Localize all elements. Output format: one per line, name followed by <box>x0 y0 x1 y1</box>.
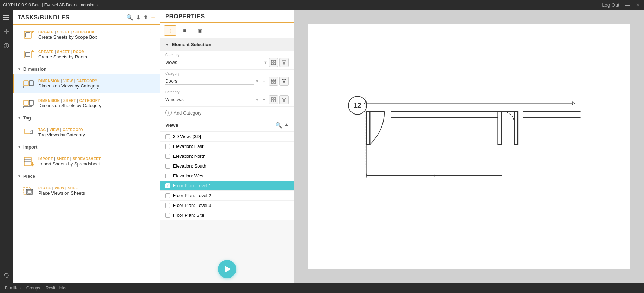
category-minus-windows[interactable]: − <box>260 96 268 103</box>
task-item-dim-view-category[interactable]: DIMENSION | VIEW | CATEGORY Dimension Vi… <box>13 74 160 93</box>
view-checkbox-elev-south[interactable] <box>165 164 170 169</box>
bottom-bar: Families Groups Revit Links <box>0 283 644 293</box>
task-icon-tag <box>22 126 35 139</box>
bottom-item-families[interactable]: Families <box>5 286 21 291</box>
task-icon-dim-view <box>22 77 35 90</box>
tasks-search-icon[interactable]: 🔍 <box>126 14 133 21</box>
view-checkbox-3d[interactable] <box>165 134 170 139</box>
view-checkbox-fp-level1[interactable] <box>165 183 170 188</box>
element-selection-header[interactable]: ▼ Element Selection <box>160 38 294 51</box>
view-checkbox-fp-level3[interactable] <box>165 203 170 208</box>
category-filter-btn-views[interactable] <box>279 58 289 67</box>
view-checkbox-fp-level2[interactable] <box>165 193 170 198</box>
section-label-import: Import <box>23 144 37 150</box>
section-header-place[interactable]: ▼ Place <box>13 171 160 181</box>
svg-rect-45 <box>271 82 273 83</box>
view-checkbox-elev-east[interactable] <box>165 144 170 149</box>
views-list-header: Views 🔍 ▲ <box>160 119 294 132</box>
svg-rect-48 <box>271 98 273 99</box>
task-item-place-view-sheet[interactable]: PLACE | VIEW | SHEET Place Views on Shee… <box>13 181 160 201</box>
category-filter-btn-windows[interactable] <box>279 95 289 104</box>
task-icon-place <box>22 184 35 197</box>
task-item-import-spreadsheet[interactable]: IMPORT | SHEET | SPREADSHEET Import Shee… <box>13 152 160 171</box>
svg-rect-39 <box>274 60 276 62</box>
sidebar-icon-info[interactable]: i <box>1 41 11 51</box>
drawing-viewport: 12 <box>308 24 630 269</box>
view-item-elev-east[interactable]: Elevation: East <box>160 142 294 151</box>
view-checkbox-elev-north[interactable] <box>165 154 170 159</box>
task-item-create-sheet-scopebox[interactable]: CREATE | SHEET | SCOPEBOX Create Sheets … <box>13 25 160 45</box>
task-icon-import <box>22 155 35 168</box>
category-select-doors[interactable]: Doors <box>165 78 254 85</box>
task-icon-scopebox <box>22 28 35 41</box>
task-item-tag-view-category[interactable]: TAG | VIEW | CATEGORY Tag Views by Categ… <box>13 123 160 142</box>
task-name-scopebox: Create Sheets by Scope Box <box>38 34 97 40</box>
task-item-create-sheet-room[interactable]: CREATE | SHEET | ROOM Create Sheets by R… <box>13 45 160 64</box>
views-search-button[interactable]: 🔍 <box>275 122 282 129</box>
bottom-item-revit-links[interactable]: Revit Links <box>46 286 66 291</box>
play-btn-container <box>160 255 294 283</box>
task-item-dim-sheet-category[interactable]: DIMENSION | SHEET | CATEGORY Dimension S… <box>13 93 160 113</box>
view-item-fp-site[interactable]: Floor Plan: Site <box>160 210 294 220</box>
category-row-doors: Category Doors ▼ − <box>160 70 294 88</box>
view-item-fp-level2[interactable]: Floor Plan: Level 2 <box>160 191 294 201</box>
task-icon-dim-sheet <box>22 97 35 110</box>
category-input-row-views: Views ▼ <box>165 58 289 67</box>
sidebar-icon-refresh[interactable] <box>1 271 11 280</box>
svg-rect-68 <box>514 111 517 144</box>
tasks-upload-icon[interactable]: ⬆ <box>143 14 148 21</box>
close-button[interactable]: ✕ <box>634 2 641 8</box>
properties-scroll-area: ▼ Element Selection Category Views ▼ <box>160 38 294 255</box>
sidebar-icon-grid[interactable] <box>1 27 11 37</box>
svg-rect-56 <box>367 111 370 144</box>
svg-text:i: i <box>6 44 7 48</box>
svg-rect-64 <box>498 111 501 144</box>
window-controls: Log Out — ✕ <box>600 2 641 8</box>
svg-marker-9 <box>4 274 5 276</box>
tasks-download-icon[interactable]: ⬇ <box>136 14 141 21</box>
task-label-dim-sheet: DIMENSION | SHEET | CATEGORY <box>38 99 101 103</box>
svg-rect-40 <box>271 63 273 65</box>
play-button[interactable] <box>218 260 236 278</box>
properties-tabs: ⊹ ≡ ▣ <box>160 23 294 38</box>
tasks-add-icon[interactable]: + <box>151 13 155 21</box>
section-header-import[interactable]: ▼ Import <box>13 142 160 152</box>
tasks-header: TASKS/BUNDLES 🔍 ⬇ ⬆ + <box>13 10 160 25</box>
view-item-3d[interactable]: 3D View: {3D} <box>160 132 294 142</box>
bottom-item-groups[interactable]: Groups <box>26 286 40 291</box>
view-name-fp-site: Floor Plan: Site <box>173 213 204 218</box>
section-label-dimension: Dimension <box>23 66 46 72</box>
view-item-fp-level3[interactable]: Floor Plan: Level 3 <box>160 201 294 210</box>
view-item-elev-north[interactable]: Elevation: North <box>160 151 294 161</box>
view-item-elev-west[interactable]: Elevation: West <box>160 171 294 181</box>
category-filter-btn-doors[interactable] <box>279 77 289 86</box>
svg-rect-24 <box>29 100 33 105</box>
add-category-row[interactable]: + Add Category <box>160 107 294 119</box>
view-checkbox-elev-west[interactable] <box>165 174 170 178</box>
sidebar-icon-menu[interactable] <box>1 13 11 22</box>
category-select-btn-doors[interactable] <box>269 77 278 86</box>
section-header-tag[interactable]: ▼ Tag <box>13 113 160 123</box>
category-minus-doors[interactable]: − <box>260 78 268 85</box>
task-text-import: IMPORT | SHEET | SPREADSHEET Import Shee… <box>38 157 101 167</box>
category-select-windows[interactable]: Windows <box>165 96 254 103</box>
minimize-button[interactable]: — <box>624 2 631 8</box>
view-name-fp-level2: Floor Plan: Level 2 <box>173 193 211 198</box>
section-header-dimension[interactable]: ▼ Dimension <box>13 64 160 74</box>
tab-params[interactable]: ≡ <box>179 25 191 36</box>
category-select-btn-views[interactable] <box>269 58 278 67</box>
view-checkbox-fp-site[interactable] <box>165 213 170 218</box>
svg-rect-4 <box>7 29 9 31</box>
tab-element-selection[interactable]: ⊹ <box>164 25 176 36</box>
view-item-elev-south[interactable]: Elevation: South <box>160 161 294 171</box>
views-collapse-button[interactable]: ▲ <box>284 122 289 129</box>
category-select-btn-windows[interactable] <box>269 95 278 104</box>
svg-rect-1 <box>3 17 9 18</box>
svg-rect-0 <box>3 15 9 16</box>
titlebar: GLYPH 0.0.9.0 Beta | EvolveLAB Door dime… <box>0 0 644 10</box>
element-section-chevron: ▼ <box>165 43 169 47</box>
logout-button[interactable]: Log Out <box>600 2 621 8</box>
view-item-fp-level1[interactable]: Floor Plan: Level 1 <box>160 181 294 191</box>
tab-output[interactable]: ▣ <box>193 25 206 36</box>
category-select-views[interactable]: Views <box>165 59 262 66</box>
